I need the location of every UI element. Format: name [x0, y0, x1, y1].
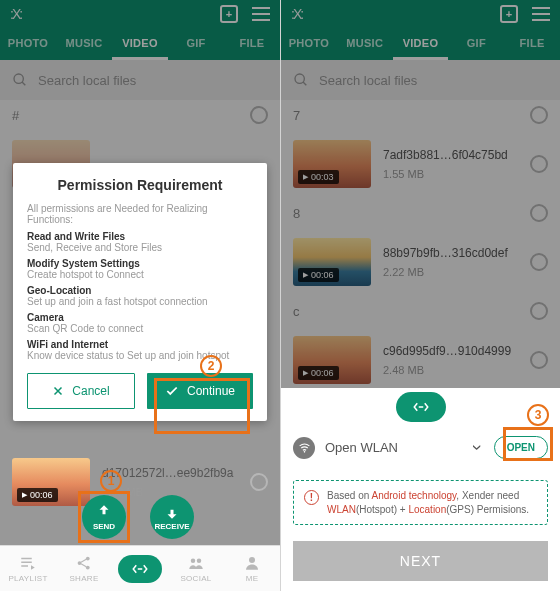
nav-playlist[interactable]: PLAYLIST [0, 546, 56, 591]
warning-text: Based on Android technology, Xender need… [327, 489, 529, 516]
chevron-down-icon[interactable]: › [466, 445, 487, 451]
annotation-box-2 [154, 378, 250, 434]
permission-list: Read and Write FilesSend, Receive and St… [27, 231, 253, 361]
dialog-intro: All permissions are Needed for Realizing… [27, 203, 253, 225]
wifi-icon [293, 437, 315, 459]
cancel-label: Cancel [72, 384, 109, 398]
wlan-label: Open WLAN [325, 440, 464, 455]
receive-label: RECEIVE [154, 522, 189, 531]
right-screenshot: :X: + PHOTO MUSIC VIDEO GIF FILE Search … [280, 0, 560, 591]
shuffle-pill[interactable] [396, 392, 446, 422]
perm-desc: Create hotspot to Connect [27, 269, 253, 280]
perm-title: Read and Write Files [27, 231, 253, 242]
bottom-nav: PLAYLIST SHARE SOCIAL ME [0, 545, 280, 591]
connect-sheet: Open WLAN › OPEN ! Based on Android tech… [281, 388, 560, 591]
perm-title: Geo-Location [27, 285, 253, 296]
perm-title: Camera [27, 312, 253, 323]
svg-point-10 [303, 451, 305, 453]
nav-social[interactable]: SOCIAL [168, 546, 224, 591]
perm-title: Modify System Settings [27, 258, 253, 269]
svg-point-3 [86, 557, 90, 561]
svg-point-7 [249, 557, 255, 563]
annotation-2: 2 [200, 355, 222, 377]
alert-icon: ! [304, 490, 319, 505]
warning-box: ! Based on Android technology, Xender ne… [293, 480, 548, 525]
dialog-title: Permission Requirement [27, 177, 253, 193]
modal-scrim [281, 0, 560, 388]
svg-point-5 [191, 559, 196, 564]
perm-title: WiFi and Internet [27, 339, 253, 350]
file-name: d17012572l…ee9b2fb9a [102, 466, 238, 480]
annotation-box-1 [78, 491, 130, 543]
cancel-button[interactable]: Cancel [27, 373, 135, 409]
file-select-radio[interactable] [250, 473, 268, 491]
perm-desc: Scan QR Code to connect [27, 323, 253, 334]
next-button[interactable]: NEXT [293, 541, 548, 581]
annotation-3: 3 [527, 404, 549, 426]
svg-point-4 [86, 566, 90, 570]
svg-point-6 [197, 559, 202, 564]
file-row[interactable]: 00:06 d17012572l…ee9b2fb9a 1.96 MB [0, 448, 280, 516]
left-screenshot: :X: + PHOTO MUSIC VIDEO GIF FILE Search … [0, 0, 280, 591]
svg-point-2 [78, 561, 82, 565]
perm-desc: Send, Receive and Store Files [27, 242, 253, 253]
nav-share[interactable]: SHARE [56, 546, 112, 591]
duration-chip: 00:06 [17, 488, 58, 502]
receive-button[interactable]: RECEIVE [150, 495, 194, 539]
x-icon [52, 385, 64, 397]
nav-me[interactable]: ME [224, 546, 280, 591]
perm-desc: Set up and join a fast hotspot connectio… [27, 296, 253, 307]
annotation-1: 1 [100, 470, 122, 492]
annotation-box-3 [503, 427, 553, 461]
nav-center[interactable] [112, 546, 168, 591]
